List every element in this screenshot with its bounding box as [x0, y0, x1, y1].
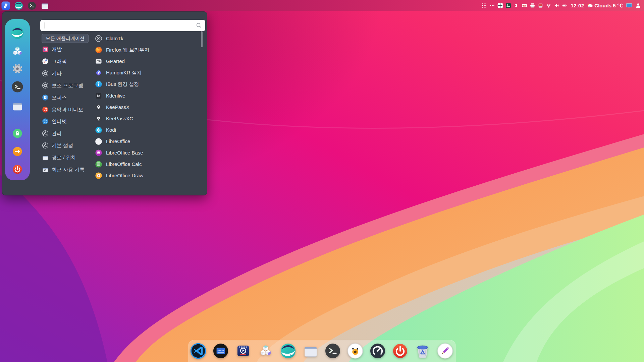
category-item[interactable]: 기타: [42, 68, 62, 78]
menu-fav-lock-screen[interactable]: [12, 128, 23, 139]
clock[interactable]: 12:02: [571, 3, 584, 8]
panel-file-manager[interactable]: [41, 1, 49, 10]
menu-fav-file-manager[interactable]: [11, 100, 23, 112]
ibus-icon: [95, 80, 102, 88]
tray-printer[interactable]: [530, 3, 535, 8]
category-label: 최근 사용 기록: [52, 165, 85, 175]
menu-fav-terminal[interactable]: [11, 81, 23, 93]
dock-duck-app[interactable]: [347, 343, 363, 359]
app-item[interactable]: Firefox 웹 브라우저: [95, 45, 149, 55]
panel-right-extra: [626, 2, 641, 9]
dock-vscode[interactable]: [190, 343, 206, 359]
lo-icon: [95, 138, 102, 145]
brush-icon: [42, 58, 49, 65]
app-label: Kdenlive: [106, 91, 125, 101]
panel-terminal[interactable]: [28, 1, 36, 10]
category-label: 인터넷: [52, 116, 67, 126]
category-all-applications[interactable]: 모든 애플리케이션: [42, 34, 89, 43]
tray-move-tool[interactable]: [497, 3, 503, 8]
kden-icon: [95, 92, 102, 100]
dock-file-manager[interactable]: [303, 343, 319, 359]
tray-overflow-menu[interactable]: [489, 3, 495, 8]
dock-shutdown[interactable]: [392, 343, 408, 359]
category-item[interactable]: 보조 프로그램: [42, 80, 83, 90]
app-item[interactable]: LibreOffice Base: [95, 148, 143, 158]
dock-trash[interactable]: [415, 343, 431, 359]
category-label: 기타: [52, 68, 62, 78]
application-menu: 모든 애플리케이션 개발 그래픽기타보조 프로그램 오피스 음악과 비디오 인터…: [2, 11, 207, 195]
panel-whale-browser[interactable]: [14, 1, 23, 10]
category-label: 오피스: [52, 93, 67, 103]
dock-software-packages[interactable]: [258, 343, 274, 359]
dock-media-player[interactable]: [235, 343, 251, 359]
category-item[interactable]: 최근 사용 기록: [42, 165, 85, 175]
tray-app-grid[interactable]: [481, 3, 487, 8]
dock-text-editor[interactable]: [437, 343, 453, 359]
category-label: 음악과 비디오: [52, 105, 83, 115]
app-list-scrollbar[interactable]: [201, 31, 203, 47]
menu-fav-whale-browser[interactable]: [11, 26, 24, 40]
app-item[interactable]: ClamTk: [95, 34, 123, 44]
app-item[interactable]: IBus 환경 설정: [95, 79, 139, 89]
app-item[interactable]: LibreOffice Draw: [95, 171, 143, 181]
menu-fav-system-settings[interactable]: [11, 62, 24, 75]
app-item[interactable]: Kdenlive: [95, 91, 125, 101]
kodi-icon: [95, 126, 102, 134]
app-item[interactable]: LibreOffice Calc: [95, 159, 142, 169]
app-label: KeePassXC: [106, 114, 133, 124]
folder-icon: [42, 154, 49, 161]
category-item[interactable]: 그래픽: [42, 56, 67, 66]
weather-applet[interactable]: Clouds 5 ℃: [587, 2, 623, 9]
top-panel: 12:02 Clouds 5 ℃: [0, 0, 644, 11]
panel-menu-button[interactable]: [1, 1, 10, 10]
tray-wifi[interactable]: [546, 3, 551, 8]
keep-icon: [95, 104, 102, 111]
musicR-icon: [42, 106, 49, 113]
app-label: Firefox 웹 브라우저: [106, 45, 149, 55]
menu-fav-shutdown[interactable]: [12, 164, 23, 175]
app-label: LibreOffice Base: [106, 148, 143, 158]
tray-volume[interactable]: [554, 3, 559, 8]
dock-system-monitor[interactable]: [370, 343, 386, 359]
category-item[interactable]: 개발: [42, 44, 62, 54]
gparted-icon: [95, 58, 102, 65]
category-label: 개발: [52, 44, 62, 54]
category-item[interactable]: 인터넷: [42, 116, 67, 126]
cloud-icon: [587, 2, 593, 9]
app-item[interactable]: LibreOffice: [95, 136, 130, 146]
menu-fav-logout[interactable]: [12, 146, 23, 157]
tray-display-settings[interactable]: [626, 2, 633, 9]
tray-screenshot-tool[interactable]: [505, 3, 511, 8]
category-item[interactable]: 음악과 비디오: [42, 105, 83, 115]
panel-tray: 12:02 Clouds 5 ℃: [481, 2, 644, 9]
menu-fav-software-packages[interactable]: [11, 45, 24, 58]
gearO-icon: [42, 70, 49, 77]
gearO-icon: [42, 82, 49, 89]
app-label: HamoniKR 설치: [106, 68, 142, 78]
app-label: KeePassX: [106, 102, 129, 112]
app-item[interactable]: KeePassX: [95, 102, 129, 112]
category-item[interactable]: 관리: [42, 128, 62, 138]
dock-terminal[interactable]: [325, 343, 341, 359]
tray-user-account[interactable]: [635, 2, 641, 9]
category-item[interactable]: 경로 / 위치: [42, 153, 76, 163]
category-label: 경로 / 위치: [52, 153, 76, 163]
tray-bluetooth[interactable]: [514, 3, 519, 8]
category-item[interactable]: 오피스: [42, 93, 67, 103]
tray-battery[interactable]: [562, 3, 568, 8]
lobase-icon: [95, 149, 102, 157]
app-item[interactable]: Kodi: [95, 125, 116, 135]
wheelO-icon: [42, 130, 49, 137]
app-item[interactable]: HamoniKR 설치: [95, 68, 142, 78]
app-label: LibreOffice Calc: [106, 159, 142, 169]
tray-keyboard-layout[interactable]: [522, 3, 527, 8]
app-item[interactable]: GParted: [95, 56, 125, 66]
lodraw-icon: [95, 172, 102, 179]
dock-input-method[interactable]: [213, 343, 229, 359]
app-item[interactable]: KeePassXC: [95, 114, 133, 124]
search-input[interactable]: [40, 20, 205, 31]
dock-whale-browser[interactable]: [280, 343, 296, 359]
tray-icons: [481, 3, 568, 8]
category-item[interactable]: 기본 설정: [42, 140, 73, 150]
tray-scanner[interactable]: [538, 3, 543, 8]
